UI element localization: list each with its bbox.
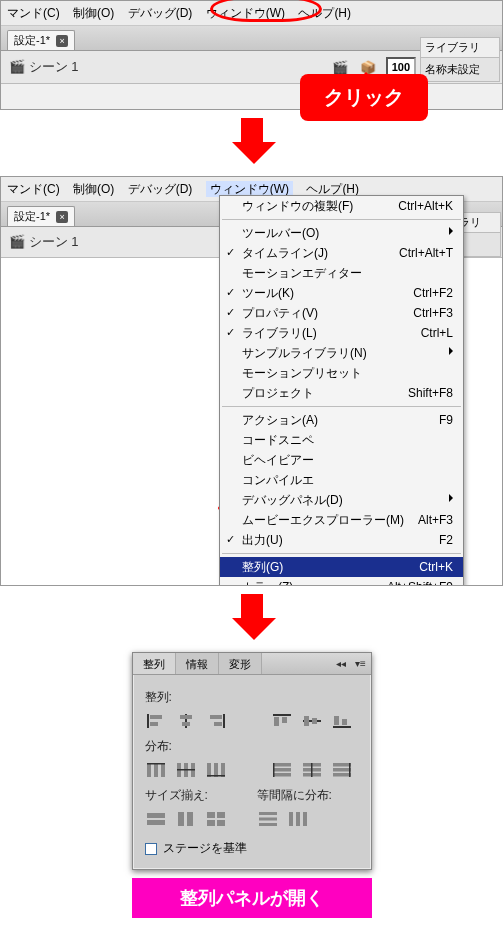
menu-item-behaviors[interactable]: ビヘイビアー: [220, 450, 463, 470]
menu-item-project[interactable]: プロジェクトShift+F8: [220, 383, 463, 403]
distribute-top-icon[interactable]: [145, 759, 167, 781]
menu-help-2[interactable]: ヘルプ(H): [306, 182, 359, 196]
menu-item-motion-editor[interactable]: モーションエディター: [220, 263, 463, 283]
menu-debug[interactable]: デバッグ(D): [128, 6, 193, 20]
svg-rect-10: [274, 717, 279, 726]
library-panel-body: 名称未設定: [420, 58, 500, 82]
arrow-down-icon: [232, 118, 272, 168]
svg-rect-2: [150, 722, 158, 726]
menu-control-2[interactable]: 制御(O): [73, 182, 114, 196]
svg-rect-11: [282, 717, 287, 723]
align-right-icon[interactable]: [205, 710, 227, 732]
close-icon-2[interactable]: ×: [56, 211, 68, 223]
svg-rect-4: [180, 715, 192, 719]
svg-rect-29: [207, 775, 225, 777]
svg-rect-33: [273, 763, 275, 777]
panel-menu-icon[interactable]: ▾≡: [351, 653, 371, 674]
svg-rect-37: [311, 763, 313, 777]
align-hcenter-icon[interactable]: [175, 710, 197, 732]
align-vcenter-icon[interactable]: [301, 710, 323, 732]
svg-rect-16: [334, 716, 339, 725]
svg-rect-1: [150, 715, 162, 719]
match-width-icon[interactable]: [145, 808, 167, 830]
menu-item-actions[interactable]: アクション(A)F9: [220, 410, 463, 430]
align-top-icon[interactable]: [271, 710, 293, 732]
menu-item-align[interactable]: 整列(G)Ctrl+K: [220, 557, 463, 577]
stage-checkbox[interactable]: [145, 843, 157, 855]
svg-rect-18: [147, 763, 151, 777]
menu-item-toolbar[interactable]: ツールバー(O): [220, 223, 463, 243]
svg-rect-14: [312, 718, 317, 724]
doc-tab[interactable]: 設定-1* ×: [7, 30, 75, 50]
arrow-down-icon-2: [232, 594, 272, 644]
space-horizontal-icon[interactable]: [287, 808, 309, 830]
svg-rect-21: [147, 763, 165, 765]
callout-click: クリック: [300, 74, 428, 121]
svg-rect-30: [273, 763, 291, 767]
svg-rect-19: [154, 763, 158, 777]
menu-command-2[interactable]: マンド(C): [7, 182, 60, 196]
menu-control[interactable]: 制御(O): [73, 6, 114, 20]
distribute-right-icon[interactable]: [331, 759, 353, 781]
svg-rect-41: [349, 763, 351, 777]
menu-item-debug-panels[interactable]: デバッグパネル(D): [220, 490, 463, 510]
menu-item-compile-errors[interactable]: コンパイルエ: [220, 470, 463, 490]
submenu-arrow-icon: [449, 227, 457, 235]
svg-rect-25: [177, 769, 195, 771]
doc-tab-label: 設定-1*: [14, 33, 50, 48]
svg-rect-50: [259, 812, 277, 815]
svg-rect-28: [221, 763, 225, 777]
svg-rect-45: [187, 812, 193, 826]
menu-debug-2[interactable]: デバッグ(D): [128, 182, 193, 196]
align-bottom-icon[interactable]: [331, 710, 353, 732]
menu-help[interactable]: ヘルプ(H): [298, 6, 351, 20]
distribute-left-icon[interactable]: [271, 759, 293, 781]
match-both-icon[interactable]: [205, 808, 227, 830]
menu-item-library[interactable]: ライブラリ(L)Ctrl+L: [220, 323, 463, 343]
section-distribute-label: 分布:: [145, 738, 359, 755]
svg-rect-31: [273, 768, 291, 772]
svg-rect-9: [273, 714, 291, 716]
menu-item-motion-preset[interactable]: モーションプリセット: [220, 363, 463, 383]
menu-command[interactable]: マンド(C): [7, 6, 60, 20]
scene-label: 🎬 シーン 1: [9, 58, 322, 76]
doc-tab-2[interactable]: 設定-1* ×: [7, 206, 75, 226]
svg-rect-17: [342, 719, 347, 725]
svg-rect-51: [259, 818, 277, 821]
panel-tab-info[interactable]: 情報: [176, 653, 219, 674]
svg-rect-7: [210, 715, 222, 719]
menu-item-code-snippets[interactable]: コードスニペ: [220, 430, 463, 450]
distribute-hcenter-icon[interactable]: [301, 759, 323, 781]
distribute-bottom-icon[interactable]: [205, 759, 227, 781]
svg-rect-42: [147, 813, 165, 818]
menu-item-tools[interactable]: ツール(K)Ctrl+F2: [220, 283, 463, 303]
align-panel: 整列 情報 変形 ◂◂ ▾≡ 整列: 分布:: [132, 652, 372, 870]
panel-tab-transform[interactable]: 変形: [219, 653, 262, 674]
match-height-icon[interactable]: [175, 808, 197, 830]
menu-item-output[interactable]: 出力(U)F2: [220, 530, 463, 550]
menu-item-movie-explorer[interactable]: ムービーエクスプローラー(M)Alt+F3: [220, 510, 463, 530]
menu-item-timeline[interactable]: タイムライン(J)Ctrl+Alt+T: [220, 243, 463, 263]
close-icon[interactable]: ×: [56, 35, 68, 47]
svg-rect-43: [147, 820, 165, 825]
panel-collapse-icon[interactable]: ◂◂: [331, 653, 351, 674]
distribute-vcenter-icon[interactable]: [175, 759, 197, 781]
section-spacing-label: 等間隔に分布:: [257, 787, 332, 804]
align-left-icon[interactable]: [145, 710, 167, 732]
menu-window[interactable]: ウィンドウ(W): [206, 6, 285, 20]
library-panel-title[interactable]: ライブラリ: [420, 37, 500, 58]
menu-item-duplicate-window[interactable]: ウィンドウの複製(F)Ctrl+Alt+K: [220, 196, 463, 216]
svg-rect-52: [259, 823, 277, 826]
space-vertical-icon[interactable]: [257, 808, 279, 830]
menubar: マンド(C) 制御(O) デバッグ(D) ウィンドウ(W) ヘルプ(H): [1, 1, 502, 26]
svg-rect-15: [333, 726, 351, 728]
submenu-arrow-icon: [449, 347, 457, 355]
menu-item-sample-library[interactable]: サンプルライブラリ(N): [220, 343, 463, 363]
panel-tab-align[interactable]: 整列: [133, 653, 176, 674]
menu-item-color[interactable]: カラー(Z)Alt+Shift+F9: [220, 577, 463, 586]
svg-rect-38: [333, 763, 351, 767]
menu-item-properties[interactable]: プロパティ(V)Ctrl+F3: [220, 303, 463, 323]
svg-rect-53: [289, 812, 293, 826]
svg-rect-26: [207, 763, 211, 777]
result-banner: 整列パネルが開く: [132, 878, 372, 918]
